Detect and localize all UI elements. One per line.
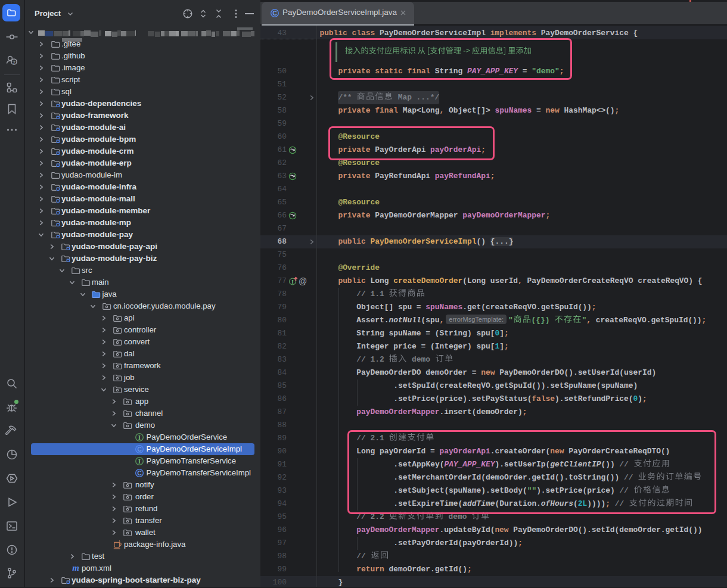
svg-text:?: ? xyxy=(13,60,15,65)
svg-text:I: I xyxy=(138,458,141,465)
svg-text:I: I xyxy=(291,279,294,285)
svg-text:C: C xyxy=(137,469,142,477)
svg-text:C: C xyxy=(137,446,142,453)
svg-text:I: I xyxy=(138,434,141,441)
svg-text:C: C xyxy=(272,10,277,17)
